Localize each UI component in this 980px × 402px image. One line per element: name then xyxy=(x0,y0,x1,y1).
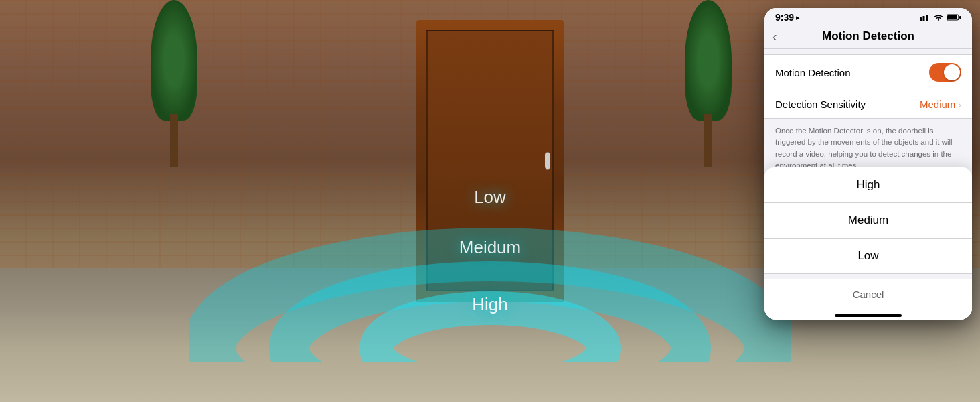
svg-rect-8 xyxy=(947,15,957,19)
motion-detection-label: Motion Detection xyxy=(775,67,851,78)
home-bar xyxy=(835,314,902,317)
phone-panel: 9:39 ▸ ‹ Motion Detection xyxy=(764,8,972,320)
settings-content: Motion Detection Detection Sensitivity M… xyxy=(764,54,972,320)
back-button[interactable]: ‹ xyxy=(772,29,777,44)
action-sheet: High Medium Low Cancel xyxy=(764,168,972,320)
motion-detection-row: Motion Detection xyxy=(764,54,972,90)
svg-rect-4 xyxy=(920,17,922,21)
location-arrow-icon: ▸ xyxy=(796,13,800,22)
plant-left xyxy=(147,0,201,168)
action-item-high[interactable]: High xyxy=(764,168,972,203)
detection-sensitivity-row[interactable]: Detection Sensitivity Medium › xyxy=(764,90,972,119)
wifi-icon xyxy=(933,13,944,21)
motion-detection-toggle[interactable] xyxy=(929,63,961,82)
detection-sensitivity-label: Detection Sensitivity xyxy=(775,98,866,110)
detection-sensitivity-value: Medium › xyxy=(920,98,961,110)
battery-icon xyxy=(947,13,961,21)
door xyxy=(416,20,564,302)
signal-icon xyxy=(920,13,930,21)
action-item-low[interactable]: Low xyxy=(764,239,972,274)
arc-label-low: Low xyxy=(474,187,506,208)
plant-foliage-right xyxy=(685,0,732,121)
plant-trunk-left xyxy=(170,114,178,168)
svg-rect-6 xyxy=(926,15,928,21)
plant-right xyxy=(681,0,735,168)
status-icons xyxy=(920,13,961,21)
status-bar: 9:39 ▸ xyxy=(764,8,972,25)
arc-label-high: High xyxy=(472,294,507,315)
plant-foliage-left xyxy=(151,0,197,121)
plant-trunk-right xyxy=(704,114,712,168)
action-item-medium[interactable]: Medium xyxy=(764,203,972,239)
page-title: Motion Detection xyxy=(822,29,914,43)
action-sheet-cancel[interactable]: Cancel xyxy=(764,274,972,310)
svg-rect-9 xyxy=(959,16,961,19)
nav-bar: ‹ Motion Detection xyxy=(764,25,972,49)
status-time: 9:39 xyxy=(775,12,794,23)
toggle-knob xyxy=(944,64,960,80)
arc-label-medium: Meidum xyxy=(459,237,521,258)
svg-rect-5 xyxy=(923,16,925,21)
chevron-icon: › xyxy=(958,99,961,110)
home-indicator xyxy=(764,310,972,320)
